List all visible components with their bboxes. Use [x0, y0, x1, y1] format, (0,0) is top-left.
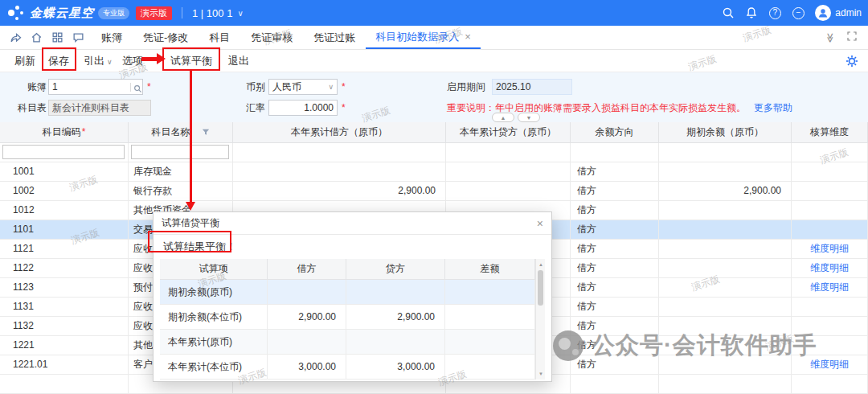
cell-ytd-debit[interactable]: 2,900.00: [233, 182, 446, 201]
cell-direction[interactable]: 借方: [571, 278, 659, 298]
options-button[interactable]: 选项: [122, 50, 143, 72]
dialog-row[interactable]: 期初余额(原币): [160, 280, 535, 305]
filter-code-input[interactable]: [2, 145, 125, 159]
menu-item-books[interactable]: 账簿: [91, 26, 133, 49]
cell-opening[interactable]: [659, 355, 792, 375]
cell-opening[interactable]: 2,900.00: [659, 182, 792, 201]
table-row[interactable]: 1001 库存现金 借方: [0, 162, 868, 182]
menu-item-voucher-audit[interactable]: 凭证审核: [240, 26, 303, 49]
dimension-detail-link[interactable]: 维度明细: [792, 278, 868, 298]
cell-ytd-credit[interactable]: [446, 182, 571, 201]
cell-direction[interactable]: 借方: [571, 259, 659, 278]
period-field[interactable]: 2025.10: [492, 79, 572, 95]
dialog-close-icon[interactable]: ×: [537, 217, 543, 230]
collapse-up-button[interactable]: ▲: [492, 113, 514, 122]
minimize-icon[interactable]: −: [792, 6, 805, 19]
username-label[interactable]: admin: [835, 7, 862, 18]
dimension-detail-link[interactable]: [792, 201, 868, 220]
home-icon[interactable]: [31, 31, 43, 43]
filter-cell[interactable]: [446, 143, 571, 162]
dimension-detail-link[interactable]: [792, 336, 868, 355]
cell-code[interactable]: 1121: [0, 240, 129, 259]
cell-code[interactable]: 1221: [0, 336, 129, 355]
dimension-detail-link[interactable]: 维度明细: [792, 259, 868, 278]
header-direction[interactable]: 余额方向: [571, 122, 659, 143]
help-icon[interactable]: ?: [768, 6, 781, 19]
scrollbar-thumb[interactable]: [538, 270, 543, 306]
cell-ytd-debit[interactable]: [233, 162, 446, 182]
trial-balance-button[interactable]: 试算平衡: [170, 50, 212, 72]
filter-funnel-icon[interactable]: [202, 123, 210, 131]
bell-icon[interactable]: [745, 6, 758, 19]
cell-direction[interactable]: 借方: [571, 201, 659, 220]
dialog-row[interactable]: 本年累计(原币): [160, 330, 535, 355]
filter-cell[interactable]: [659, 143, 792, 162]
cell-direction[interactable]: 借方: [571, 220, 659, 240]
cell-opening[interactable]: [659, 162, 792, 182]
cell-opening[interactable]: [659, 278, 792, 298]
scroll-up-icon[interactable]: ▲: [536, 261, 546, 269]
cell-code[interactable]: 1012: [0, 201, 129, 220]
header-code[interactable]: 科目编码*: [0, 122, 129, 143]
cell-direction[interactable]: 借方: [571, 298, 659, 317]
apps-grid-icon[interactable]: [51, 31, 63, 43]
chat-icon[interactable]: [72, 31, 84, 43]
dimension-detail-link[interactable]: 维度明细: [792, 240, 868, 259]
cell-direction[interactable]: 借方: [571, 182, 659, 201]
cell-name[interactable]: 库存现金: [129, 162, 233, 182]
rate-input[interactable]: 1.0000: [268, 100, 338, 116]
cell-code[interactable]: 1131: [0, 298, 129, 317]
cell-code[interactable]: 1122: [0, 259, 129, 278]
menu-item-voucher-edit[interactable]: 凭证-修改: [133, 26, 199, 49]
filter-name-input[interactable]: [131, 145, 229, 159]
dialog-row[interactable]: 本年累计(本位币) 3,000.00 3,000.00: [160, 355, 535, 380]
dialog-row[interactable]: 期初余额(本位币) 2,900.00 2,900.00: [160, 305, 535, 330]
dimension-detail-link[interactable]: [792, 220, 868, 240]
cell-code[interactable]: 1002: [0, 182, 129, 201]
chevron-down-icon[interactable]: ∨: [237, 9, 243, 18]
cell-code[interactable]: 1123: [0, 278, 129, 298]
cell-opening[interactable]: [659, 298, 792, 317]
tab-initial-data-entry[interactable]: 科目初始数据录入 ×: [366, 26, 481, 49]
cell-direction[interactable]: 借方: [571, 162, 659, 182]
menu-item-voucher-post[interactable]: 凭证过账: [303, 26, 366, 49]
cell-opening[interactable]: [659, 240, 792, 259]
dimension-detail-link[interactable]: [792, 298, 868, 317]
dimension-detail-link[interactable]: [792, 182, 868, 201]
header-ytd-credit[interactable]: 本年累计贷方（原币）: [446, 122, 571, 143]
book-input[interactable]: 1: [48, 79, 143, 95]
export-button[interactable]: 引出∨: [84, 50, 113, 72]
refresh-button[interactable]: 刷新: [14, 50, 35, 72]
lookup-icon[interactable]: [130, 83, 139, 92]
cell-opening[interactable]: [659, 220, 792, 240]
filter-cell[interactable]: [792, 143, 868, 162]
cell-ytd-credit[interactable]: [446, 162, 571, 182]
cell-code[interactable]: 1132: [0, 317, 129, 336]
cell-opening[interactable]: [659, 317, 792, 336]
user-avatar[interactable]: [815, 5, 831, 21]
forward-icon[interactable]: [10, 31, 22, 43]
cell-code[interactable]: 1001: [0, 162, 129, 182]
cell-code[interactable]: 1221.01: [0, 355, 129, 375]
search-icon[interactable]: [722, 6, 735, 19]
account-set-selector[interactable]: 1 | 100 1: [192, 7, 232, 19]
cell-opening[interactable]: [659, 336, 792, 355]
cell-direction[interactable]: 借方: [571, 240, 659, 259]
collapse-tabs-icon[interactable]: ≫: [825, 32, 837, 43]
header-ytd-debit[interactable]: 本年累计借方（原币）: [233, 122, 446, 143]
save-button[interactable]: 保存: [48, 50, 69, 72]
dimension-detail-link[interactable]: [792, 162, 868, 182]
filter-cell[interactable]: [233, 143, 446, 162]
cell-opening[interactable]: [659, 259, 792, 278]
gear-icon[interactable]: [845, 55, 858, 68]
dialog-scrollbar[interactable]: ▲ ▼: [535, 259, 545, 380]
header-opening[interactable]: 期初余额（原币）: [659, 122, 792, 143]
cell-direction[interactable]: 借方: [571, 355, 659, 375]
menu-item-account[interactable]: 科目: [199, 26, 240, 49]
cell-direction[interactable]: 借方: [571, 317, 659, 336]
more-help-link[interactable]: 更多帮助: [754, 102, 792, 113]
cell-opening[interactable]: [659, 201, 792, 220]
cell-name[interactable]: 银行存款: [129, 182, 233, 201]
exit-button[interactable]: 退出: [228, 50, 249, 72]
dimension-detail-link[interactable]: 维度明细: [792, 355, 868, 375]
